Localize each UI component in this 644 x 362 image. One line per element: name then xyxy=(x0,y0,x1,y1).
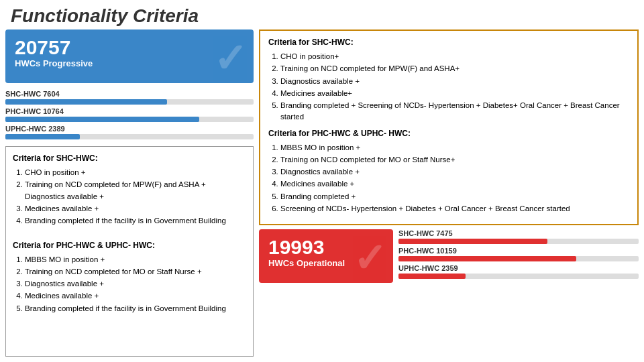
watermark-icon-red: ✓ xyxy=(353,235,386,282)
progressive-number: 20757 xyxy=(15,36,244,58)
left-stat-phc-label: PHC-HWC 10764 xyxy=(5,107,254,115)
list-item: Medicines available + xyxy=(280,178,629,190)
left-panel: 20757 HWCs Progressive ✓ SHC-HWC 7604 PH… xyxy=(5,29,254,357)
right-criteria-shc-list: CHO in position+ Training on NCD complet… xyxy=(268,51,629,123)
left-stat-uphc-bar-bg xyxy=(5,134,254,139)
list-item: CHO in position+ xyxy=(280,51,629,62)
left-stat-shc-bar-bg xyxy=(5,99,254,105)
list-item: Branding completed + Screening of NCDs- … xyxy=(280,100,629,123)
left-sub-stats: SHC-HWC 7604 PHC-HWC 10764 UPHC-HWC 2389 xyxy=(5,87,254,142)
watermark-icon: ✓ xyxy=(213,35,247,82)
left-criteria-box: Criteria for SHC-HWC: CHO in position + … xyxy=(5,146,254,357)
list-item: Diagnostics available + xyxy=(280,166,629,178)
right-stat-phc-label: PHC-HWC 10159 xyxy=(398,247,639,255)
list-item: Training on NCD completed for MO or Staf… xyxy=(280,154,629,166)
left-stat-phc-bar-fill xyxy=(5,117,199,122)
list-item: Branding completed if the facility is in… xyxy=(25,215,246,227)
list-item: Diagnostics available + xyxy=(25,278,246,290)
page-title: Functionality Criteria xyxy=(0,0,644,29)
right-stats-section: 19993 HWCs Operational ✓ SHC-HWC 7475 PH… xyxy=(259,229,639,283)
list-item: Screening of NCDs- Hypertension + Diabet… xyxy=(280,203,629,215)
left-stat-phc-bar-bg xyxy=(5,117,254,122)
right-stat-shc-label: SHC-HWC 7475 xyxy=(398,229,639,237)
left-stat-shc-label: SHC-HWC 7604 xyxy=(5,90,254,98)
right-stat-shc-bar-fill xyxy=(398,239,547,244)
left-criteria-phc-list: MBBS MO in position + Training on NCD co… xyxy=(13,254,246,314)
page-wrapper: Functionality Criteria 20757 HWCs Progre… xyxy=(0,0,644,362)
list-item: Training on NCD completed for MPW(F) and… xyxy=(280,63,629,74)
right-criteria-shc-heading: Criteria for SHC-HWC: xyxy=(268,36,629,48)
right-stat-phc-bar-fill xyxy=(398,256,576,261)
right-sub-stats: SHC-HWC 7475 PHC-HWC 10159 UPHC-HWC 2359 xyxy=(398,229,639,283)
left-criteria-shc-list: CHO in position + Training on NCD comple… xyxy=(13,167,246,227)
list-item: Branding completed + xyxy=(280,191,629,202)
right-panel: Criteria for SHC-HWC: CHO in position+ T… xyxy=(259,29,639,357)
list-item: Medicines available + xyxy=(25,290,246,302)
right-stat-uphc: UPHC-HWC 2359 xyxy=(398,264,639,279)
progressive-label: HWCs Progressive xyxy=(15,58,244,68)
list-item: Training on NCD completed for MO or Staf… xyxy=(25,266,246,278)
right-criteria-phc-heading: Criteria for PHC-HWC & UPHC- HWC: xyxy=(268,127,629,139)
list-item: CHO in position + xyxy=(25,167,246,178)
right-criteria-box: Criteria for SHC-HWC: CHO in position+ T… xyxy=(259,29,639,225)
main-content: 20757 HWCs Progressive ✓ SHC-HWC 7604 PH… xyxy=(0,29,644,362)
right-stat-uphc-bar-fill xyxy=(398,274,466,279)
right-criteria-phc-list: MBBS MO in position + Training on NCD co… xyxy=(268,142,629,215)
right-stat-uphc-label: UPHC-HWC 2359 xyxy=(398,264,639,272)
list-item: MBBS MO in position + xyxy=(25,254,246,265)
hwcs-operational-card: 19993 HWCs Operational ✓ xyxy=(259,229,393,283)
right-stat-shc-bar-bg xyxy=(398,239,639,244)
list-item: Diagnostics available + xyxy=(280,76,629,87)
left-criteria-phc-heading: Criteria for PHC-HWC & UPHC- HWC: xyxy=(13,239,246,251)
list-item: Training on NCD completed for MPW(F) and… xyxy=(25,179,246,202)
list-item: Branding completed if the facility is in… xyxy=(25,303,246,314)
right-stat-phc-bar-bg xyxy=(398,256,639,261)
right-stat-shc: SHC-HWC 7475 xyxy=(398,229,639,244)
left-stat-shc-bar-fill xyxy=(5,99,167,105)
left-stat-shc: SHC-HWC 7604 xyxy=(5,90,254,105)
left-stat-uphc-label: UPHC-HWC 2389 xyxy=(5,125,254,133)
list-item: MBBS MO in position + xyxy=(280,142,629,154)
hwcs-progressive-card: 20757 HWCs Progressive ✓ xyxy=(5,29,254,83)
left-stat-uphc-bar-fill xyxy=(5,134,80,139)
list-item: Medicines available+ xyxy=(280,88,629,99)
list-item: Medicines available + xyxy=(25,203,246,215)
right-stat-uphc-bar-bg xyxy=(398,274,639,279)
left-stat-uphc: UPHC-HWC 2389 xyxy=(5,125,254,139)
right-stat-phc: PHC-HWC 10159 xyxy=(398,247,639,261)
left-stat-phc: PHC-HWC 10764 xyxy=(5,107,254,122)
left-criteria-shc-heading: Criteria for SHC-HWC: xyxy=(13,152,246,164)
